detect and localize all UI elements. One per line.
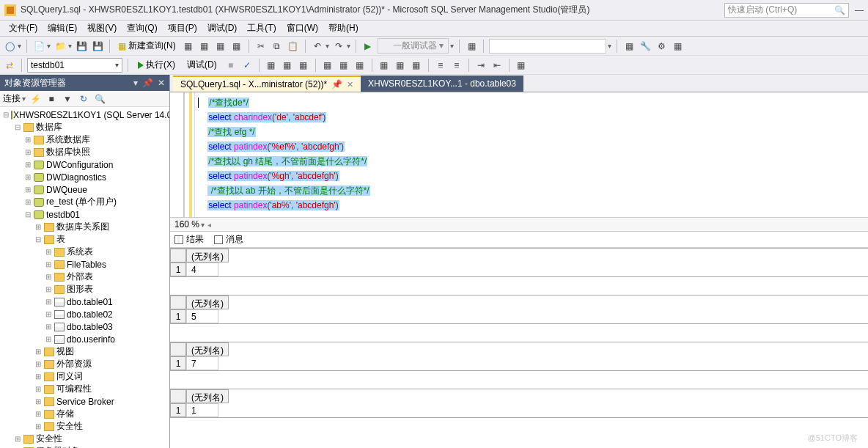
extres-node[interactable]: 外部资源 [56, 358, 92, 370]
summary-combo[interactable] [489, 39, 606, 54]
results-grid-icon[interactable]: ▦ [394, 59, 407, 72]
dbsnap-node[interactable]: 数据库快照 [46, 146, 90, 158]
continue-icon[interactable]: ▶ [361, 40, 375, 53]
search-tree-icon[interactable]: 🔍 [93, 92, 106, 106]
filetables-node[interactable]: FileTables [67, 260, 106, 270]
results-text-icon[interactable]: ▦ [378, 59, 391, 72]
tool-icon-3[interactable]: ⚙ [655, 40, 668, 53]
refresh-icon[interactable]: ↻ [77, 92, 90, 106]
testdb-node[interactable]: testdb01 [46, 210, 80, 220]
paste-icon[interactable]: 📋 [287, 40, 300, 53]
dwdiag-node[interactable]: DWDiagnostics [46, 172, 106, 183]
views-node[interactable]: 视图 [56, 345, 74, 358]
redo-icon[interactable]: ↷ [332, 40, 345, 53]
results-pane[interactable]: (无列名) 14 (无列名) 15 (无列名) 17 (无列名) 11 [170, 248, 868, 448]
menu-debug[interactable]: 调试(D) [203, 21, 242, 36]
include-plan-icon[interactable]: ▦ [321, 59, 334, 72]
scroll-left-icon[interactable]: ◂ [207, 221, 211, 229]
new-query-button[interactable]: ▦新建查询(N) [115, 40, 179, 52]
cut-icon[interactable]: ✂ [254, 40, 268, 53]
parse-icon[interactable]: ✓ [240, 59, 254, 72]
specify-values-icon[interactable]: ▦ [515, 59, 528, 72]
col-header[interactable]: (无列名) [186, 295, 229, 309]
systables-node[interactable]: 系统表 [67, 246, 93, 258]
undo-icon[interactable]: ↶ [311, 40, 324, 53]
xmla-query-icon[interactable]: ▦ [230, 40, 243, 53]
cell[interactable]: 5 [186, 309, 218, 323]
storage-node[interactable]: 存储 [56, 408, 74, 420]
tool-icon-1[interactable]: ▦ [622, 40, 636, 53]
database-combo[interactable]: testdb01 [27, 58, 122, 73]
change-connection-icon[interactable]: ⇄ [3, 59, 16, 72]
include-stats-icon[interactable]: ▦ [337, 59, 350, 72]
results-tab[interactable]: 结果 [174, 233, 204, 246]
include-live-icon[interactable]: ▦ [353, 59, 367, 72]
graphtables-node[interactable]: 图形表 [67, 283, 93, 295]
query-options-icon[interactable]: ▦ [281, 59, 294, 72]
row-header[interactable]: 1 [170, 403, 186, 417]
row-header[interactable]: 1 [170, 356, 186, 370]
execute-button[interactable]: 执行(X) [133, 59, 180, 71]
dwq-node[interactable]: DWQueue [46, 185, 87, 195]
menu-edit[interactable]: 编辑(E) [43, 21, 81, 36]
debugger-combo[interactable]: 一般调试器 ▾ [378, 38, 449, 54]
messages-tab[interactable]: 消息 [214, 233, 243, 246]
menu-tools[interactable]: 工具(T) [243, 21, 280, 36]
results-file-icon[interactable]: ▦ [410, 59, 423, 72]
tab-sqlquery1[interactable]: SQLQuery1.sql - X...ministrator (52))*📌✕ [173, 76, 361, 92]
indent-icon[interactable]: ⇥ [474, 59, 488, 72]
pin-icon[interactable]: 📌 [142, 78, 153, 88]
code-editor[interactable]: /*查找de*/ select charindex('de', 'abcdef'… [170, 92, 868, 217]
estimated-plan-icon[interactable]: ▦ [265, 59, 278, 72]
grid-corner[interactable] [170, 249, 186, 262]
object-tree[interactable]: ⊟XHWSR0ESZL1KOY1 (SQL Server 14.0 ⊟数据库 ⊞… [0, 107, 169, 448]
row-header[interactable]: 1 [170, 309, 186, 323]
close-icon[interactable]: ✕ [158, 78, 165, 88]
zoom-combo[interactable]: 160 % [174, 219, 199, 229]
dbdiagram-node[interactable]: 数据库关系图 [56, 221, 109, 233]
outdent-icon[interactable]: ⇤ [490, 59, 504, 72]
srvobj-node[interactable]: 服务器对象 [36, 445, 80, 448]
tool-icon-4[interactable]: ▦ [671, 40, 684, 53]
grid-corner[interactable] [170, 295, 186, 309]
open-project-icon[interactable]: 📁 [54, 40, 67, 53]
stop-icon[interactable]: ■ [224, 59, 238, 72]
save-all-icon[interactable]: 💾 [91, 40, 104, 53]
activity-monitor-icon[interactable]: ▦ [465, 40, 478, 53]
menu-project[interactable]: 项目(P) [163, 21, 202, 36]
minimize-button[interactable]: — [855, 5, 864, 15]
intellisense-icon[interactable]: ▦ [297, 59, 310, 72]
sysdb-node[interactable]: 系统数据库 [46, 133, 90, 146]
save-icon[interactable]: 💾 [75, 40, 88, 53]
menu-file[interactable]: 文件(F) [4, 21, 42, 36]
synonyms-node[interactable]: 同义词 [56, 370, 83, 383]
cell[interactable]: 4 [186, 262, 218, 276]
userinfo-node[interactable]: dbo.userinfo [67, 334, 115, 345]
menu-view[interactable]: 视图(V) [83, 21, 121, 36]
mdx-query-icon[interactable]: ▦ [198, 40, 211, 53]
connect-button[interactable]: 连接 [3, 92, 21, 105]
tab-close-icon[interactable]: ✕ [347, 80, 353, 89]
menu-query[interactable]: 查询(Q) [122, 21, 161, 36]
table02-node[interactable]: dbo.table02 [67, 309, 113, 320]
uncomment-icon[interactable]: ≡ [450, 59, 463, 72]
nav-back-icon[interactable]: ◯ [3, 40, 16, 53]
row-header[interactable]: 1 [170, 262, 186, 276]
cell[interactable]: 1 [186, 403, 218, 417]
databases-node[interactable]: 数据库 [36, 121, 62, 133]
col-header[interactable]: (无列名) [186, 249, 229, 262]
tables-node[interactable]: 表 [56, 233, 65, 246]
copy-icon[interactable]: ⧉ [271, 40, 284, 53]
new-file-icon[interactable]: 📄 [32, 40, 45, 53]
dropdown-icon[interactable]: ▾ [133, 78, 138, 88]
cell[interactable]: 7 [186, 356, 218, 370]
retest-node[interactable]: re_test (单个用户) [46, 196, 117, 208]
db-engine-query-icon[interactable]: ▦ [182, 40, 195, 53]
exttables-node[interactable]: 外部表 [67, 271, 93, 283]
col-header[interactable]: (无列名) [186, 389, 229, 403]
dmx-query-icon[interactable]: ▦ [214, 40, 227, 53]
server-node[interactable]: XHWSR0ESZL1KOY1 (SQL Server 14.0 [13, 110, 169, 120]
tab-table03[interactable]: XHWSR0ESZL1KOY...1 - dbo.table03 [361, 76, 523, 92]
disconnect-icon[interactable]: ⚡ [29, 92, 42, 106]
stop-conn-icon[interactable]: ■ [45, 92, 58, 106]
